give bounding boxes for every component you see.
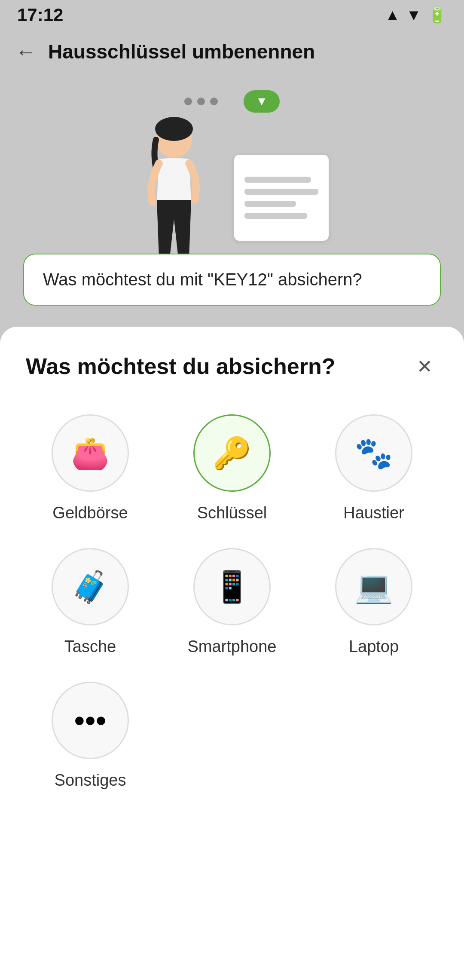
signal-icon: ▲ xyxy=(385,6,400,24)
option-circle-geldborse: 👛 xyxy=(52,414,129,492)
status-time: 17:12 xyxy=(17,5,63,25)
option-label-sonstiges: Sonstiges xyxy=(55,771,126,790)
option-item-geldborse[interactable]: 👛Geldbörse xyxy=(26,414,155,522)
chip-label: ▼ xyxy=(256,95,268,108)
dot-3 xyxy=(210,98,218,105)
option-item-smartphone[interactable]: 📱Smartphone xyxy=(168,548,296,656)
status-bar: 17:12 ▲ ▼ 🔋 xyxy=(0,0,464,30)
option-item-tasche[interactable]: 🧳Tasche xyxy=(26,548,155,656)
doc-line xyxy=(244,201,296,207)
wifi-icon: ▼ xyxy=(406,6,421,24)
doc-card xyxy=(234,155,329,241)
option-label-geldborse: Geldbörse xyxy=(52,504,128,522)
chip-indicator: ▼ xyxy=(244,90,280,113)
option-circle-schluessel: 🔑 xyxy=(193,414,271,492)
doc-line xyxy=(244,189,318,195)
option-label-laptop: Laptop xyxy=(349,637,399,656)
option-item-haustier[interactable]: 🐾Haustier xyxy=(309,414,438,522)
doc-line xyxy=(244,177,311,183)
option-circle-smartphone: 📱 xyxy=(193,548,271,625)
dot-1 xyxy=(184,98,192,105)
option-item-laptop[interactable]: 💻Laptop xyxy=(309,548,438,656)
app-bar: ← Hausschlüssel umbenennen xyxy=(0,30,464,73)
option-circle-sonstiges: ••• xyxy=(52,682,129,759)
option-label-schluessel: Schlüssel xyxy=(197,504,267,522)
close-icon: ✕ xyxy=(417,355,433,377)
option-item-sonstiges[interactable]: •••Sonstiges xyxy=(26,682,155,790)
indicator-row: ▼ xyxy=(0,90,464,113)
sheet-header: Was möchtest du absichern? ✕ xyxy=(26,352,438,380)
bottom-sheet: Was möchtest du absichern? ✕ 👛Geldbörse🔑… xyxy=(0,327,464,980)
app-bar-title: Hausschlüssel umbenennen xyxy=(48,40,315,63)
option-circle-laptop: 💻 xyxy=(335,548,412,625)
close-button[interactable]: ✕ xyxy=(411,352,438,380)
back-button[interactable]: ← xyxy=(15,40,36,64)
prompt-box: Was möchtest du mit "KEY12" absichern? xyxy=(23,254,441,306)
option-item-schluessel[interactable]: 🔑Schlüssel xyxy=(168,414,296,522)
option-label-tasche: Tasche xyxy=(64,637,116,656)
dots-indicator xyxy=(184,98,218,105)
dot-2 xyxy=(197,98,205,105)
svg-point-1 xyxy=(155,117,193,141)
option-circle-haustier: 🐾 xyxy=(335,414,412,492)
prompt-text: Was möchtest du mit "KEY12" absichern? xyxy=(43,270,362,289)
doc-line xyxy=(244,213,307,219)
options-grid: 👛Geldbörse🔑Schlüssel🐾Haustier🧳Tasche📱Sma… xyxy=(26,414,438,790)
sheet-title: Was möchtest du absichern? xyxy=(26,353,335,379)
battery-icon: 🔋 xyxy=(427,6,447,24)
status-icons: ▲ ▼ 🔋 xyxy=(385,6,447,24)
option-label-haustier: Haustier xyxy=(343,504,404,522)
option-label-smartphone: Smartphone xyxy=(187,637,276,656)
option-circle-tasche: 🧳 xyxy=(52,548,129,625)
